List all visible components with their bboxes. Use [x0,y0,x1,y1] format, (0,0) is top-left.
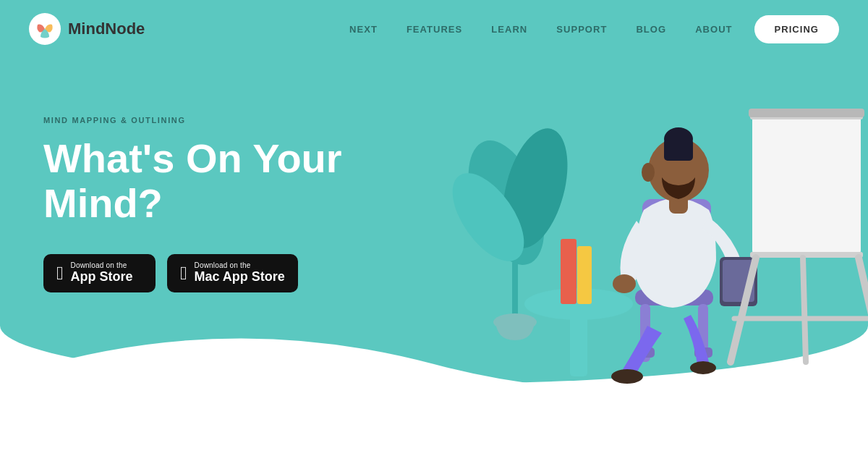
navbar: MindNode NEXT FEATURES LEARN SUPPORT BLO… [0,0,868,58]
app-store-text: Download on the App Store [71,261,133,285]
hero-tagline: MIND MAPPING & OUTLINING [43,116,448,125]
pricing-button[interactable]: PRICING [754,15,839,43]
svg-point-19 [690,361,716,374]
svg-point-26 [613,274,636,293]
app-store-bottom-text: App Store [71,269,133,285]
svg-line-33 [859,258,868,362]
page: MindNode NEXT FEATURES LEARN SUPPORT BLO… [0,0,868,451]
svg-rect-4 [512,261,518,319]
svg-rect-31 [750,252,863,258]
mac-app-store-button[interactable]:  Download on the Mac App Store [167,254,298,292]
nav-link-next[interactable]: NEXT [349,24,378,35]
nav-links: NEXT FEATURES LEARN SUPPORT BLOG ABOUT [349,24,733,35]
store-buttons-group:  Download on the App Store  Download o… [43,254,448,292]
svg-rect-29 [752,116,861,253]
nav-link-about[interactable]: ABOUT [695,24,732,35]
mac-app-store-bottom-text: Mac App Store [195,269,285,285]
apple-icon-1:  [56,264,64,282]
app-store-button[interactable]:  Download on the App Store [43,254,156,292]
mac-app-store-top-text: Download on the [195,261,285,269]
nav-link-learn[interactable]: LEARN [491,24,527,35]
logo-area: MindNode [29,13,349,45]
svg-line-34 [803,258,806,362]
svg-rect-8 [561,239,576,304]
mac-app-store-text: Download on the Mac App Store [195,261,285,285]
svg-rect-36 [749,109,864,117]
apple-icon-2:  [180,264,187,282]
svg-rect-23 [664,139,693,161]
nav-link-blog[interactable]: BLOG [636,24,666,35]
svg-rect-9 [577,246,592,304]
logo-icon [29,13,61,45]
app-store-top-text: Download on the [71,261,133,269]
logo-text: MindNode [68,20,145,38]
hero-headline: What's On Your Mind? [43,136,448,225]
nav-link-support[interactable]: SUPPORT [556,24,607,35]
hero-content: MIND MAPPING & OUTLINING What's On Your … [43,116,448,292]
svg-rect-7 [570,304,587,376]
svg-point-24 [642,163,655,182]
nav-link-features[interactable]: FEATURES [407,24,462,35]
svg-point-18 [611,369,643,384]
